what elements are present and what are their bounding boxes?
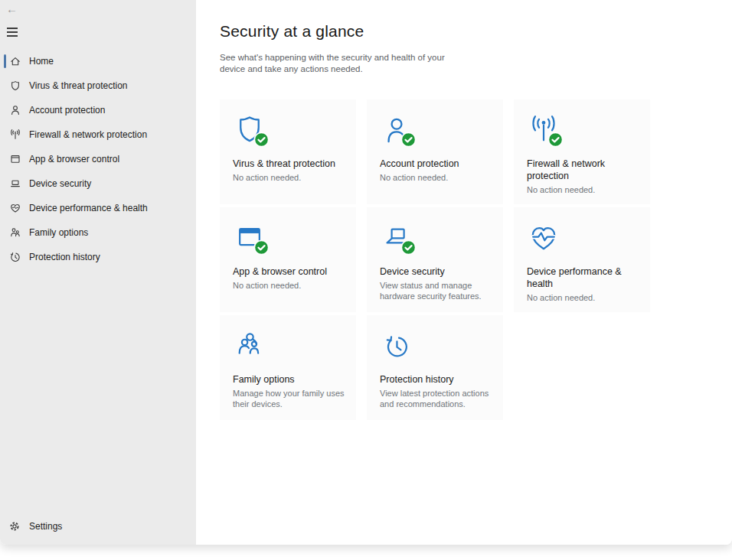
tile-device-performance-health[interactable]: Device performance & health No action ne…: [514, 207, 650, 312]
status-ok-badge: [400, 132, 417, 148]
sidebar-item-label: Protection history: [29, 252, 100, 262]
sidebar-item-firewall-network-protection[interactable]: Firewall & network protection: [0, 122, 196, 147]
tile-virus-threat-protection[interactable]: Virus & threat protection No action need…: [220, 99, 356, 204]
tile-account-protection[interactable]: Account protection No action needed.: [367, 99, 503, 204]
sidebar-item-label: Firewall & network protection: [29, 129, 147, 140]
sidebar-item-app-browser-control[interactable]: App & browser control: [0, 147, 196, 171]
status-ok-badge: [253, 239, 270, 256]
network-icon: [9, 129, 21, 141]
windows-security-window: ← Home Virus & threat protection: [0, 0, 732, 545]
tile-device-security[interactable]: Device security View status and manage h…: [367, 207, 503, 312]
shield-icon: [9, 80, 21, 92]
sidebar-nav: Home Virus & threat protection Account p…: [0, 49, 196, 269]
selected-indicator: [4, 54, 6, 68]
family-icon: [233, 329, 266, 363]
tile-description: No action needed.: [527, 292, 641, 303]
security-tile-grid: Virus & threat protection No action need…: [220, 99, 732, 420]
tile-description: No action needed.: [527, 184, 641, 195]
gear-icon: [8, 520, 21, 532]
sidebar-item-label: App & browser control: [29, 154, 119, 164]
sidebar-item-label: Account protection: [29, 105, 105, 116]
status-ok-badge: [400, 239, 417, 256]
sidebar-item-label: Device performance & health: [29, 203, 148, 213]
sidebar: ← Home Virus & threat protection: [0, 0, 196, 545]
tile-description: View latest protection actions and recom…: [380, 388, 494, 409]
sidebar-item-device-security[interactable]: Device security: [0, 171, 196, 196]
tile-family-options[interactable]: Family options Manage how your family us…: [220, 315, 356, 420]
sidebar-item-home[interactable]: Home: [0, 49, 196, 73]
tile-title: App & browser control: [233, 265, 347, 278]
tile-firewall-network-protection[interactable]: Firewall & network protection No action …: [514, 99, 650, 204]
sidebar-item-label: Family options: [29, 227, 88, 238]
home-icon: [9, 55, 21, 67]
tile-title: Protection history: [380, 373, 494, 386]
sidebar-item-virus-threat-protection[interactable]: Virus & threat protection: [0, 73, 196, 98]
tile-title: Virus & threat protection: [233, 158, 347, 170]
main-content: Security at a glance See what's happenin…: [196, 0, 732, 545]
heart-pulse-icon: [527, 221, 560, 255]
tile-title: Account protection: [380, 158, 494, 170]
app-window-icon: [9, 153, 21, 165]
settings-label: Settings: [29, 521, 62, 532]
history-icon: [9, 251, 21, 263]
sidebar-item-device-performance-health[interactable]: Device performance & health: [0, 196, 196, 220]
back-button[interactable]: ←: [6, 2, 18, 17]
tile-description: View status and manage hardware security…: [380, 280, 494, 301]
family-icon: [9, 226, 21, 239]
tile-title: Family options: [233, 373, 347, 386]
sidebar-item-label: Home: [29, 56, 54, 67]
status-ok-badge: [547, 132, 564, 148]
tile-description: Manage how your family uses their device…: [233, 388, 347, 409]
sidebar-item-account-protection[interactable]: Account protection: [0, 98, 196, 122]
tile-protection-history[interactable]: Protection history View latest protectio…: [367, 315, 503, 420]
tile-title: Firewall & network protection: [527, 158, 641, 182]
tile-description: No action needed.: [233, 280, 347, 291]
sidebar-item-label: Device security: [29, 178, 91, 189]
sidebar-item-family-options[interactable]: Family options: [0, 220, 196, 245]
laptop-icon: [9, 177, 21, 190]
history-icon: [380, 329, 413, 363]
tile-description: No action needed.: [380, 172, 494, 183]
sidebar-item-label: Virus & threat protection: [29, 80, 128, 91]
tile-description: No action needed.: [233, 172, 347, 183]
tile-app-browser-control[interactable]: App & browser control No action needed.: [220, 207, 356, 312]
tile-title: Device performance & health: [527, 265, 641, 290]
sidebar-item-settings[interactable]: Settings: [0, 517, 196, 536]
tile-title: Device security: [380, 265, 494, 278]
person-icon: [9, 104, 21, 116]
page-title: Security at a glance: [220, 20, 732, 43]
heart-pulse-icon: [9, 202, 21, 214]
sidebar-item-protection-history[interactable]: Protection history: [0, 245, 196, 269]
status-ok-badge: [253, 132, 270, 148]
hamburger-menu-button[interactable]: [7, 28, 18, 39]
page-subtitle: See what's happening with the security a…: [220, 52, 456, 75]
